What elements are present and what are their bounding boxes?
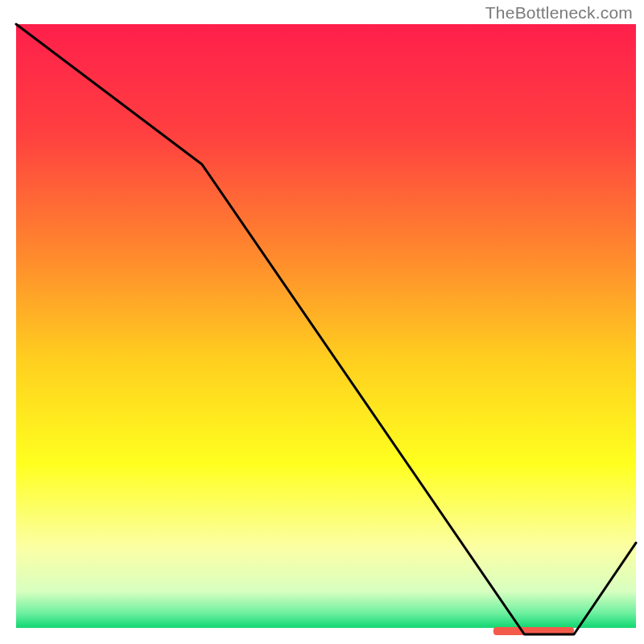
plot-area — [16, 24, 636, 635]
chart-container: TheBottleneck.com — [0, 0, 644, 644]
gradient-background — [16, 24, 636, 634]
bottleneck-chart — [0, 0, 644, 644]
